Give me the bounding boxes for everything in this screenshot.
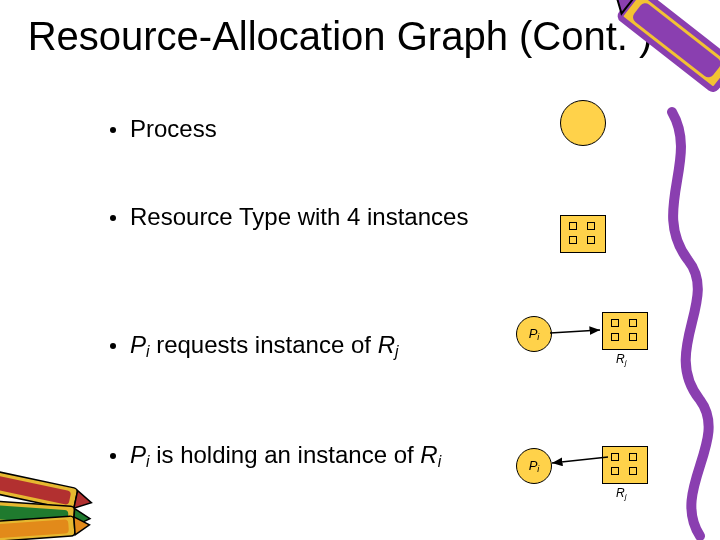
p-sub: i — [537, 464, 539, 474]
r-sub: j — [625, 492, 627, 501]
resource-label-holding: Rj — [616, 486, 626, 501]
instance-dot — [629, 467, 637, 475]
svg-rect-11 — [0, 519, 69, 538]
resource-box-4 — [560, 215, 606, 253]
bullet-list: Process Resource Type with 4 instances P… — [110, 115, 470, 471]
crayon-bottom-left-icon — [0, 470, 94, 540]
bullet-resource-type: Resource Type with 4 instances — [110, 203, 470, 231]
process-node-request: Pi — [516, 316, 552, 352]
bullet-dot-icon — [110, 127, 116, 133]
resource-box-holding — [602, 446, 648, 484]
bullet-text: Pi requests instance of Rj — [130, 331, 398, 361]
bullet-holding: Pi is holding an instance of Ri — [110, 441, 470, 471]
bullet-dot-icon — [110, 215, 116, 221]
svg-rect-8 — [0, 504, 69, 524]
instance-dot — [629, 333, 637, 341]
svg-rect-5 — [0, 475, 71, 505]
ri-r: R — [420, 441, 437, 468]
r-label: R — [616, 352, 625, 366]
instance-dot — [569, 236, 577, 244]
instance-dot — [611, 467, 619, 475]
slide-title: Resource-Allocation Graph (Cont. ) — [0, 14, 680, 58]
bullet-dot-icon — [110, 453, 116, 459]
svg-marker-9 — [73, 509, 90, 528]
p-sub: i — [537, 332, 539, 342]
instance-dot — [629, 319, 637, 327]
r-label: R — [616, 486, 625, 500]
request-edge-arrow — [550, 330, 600, 333]
instance-dot — [611, 453, 619, 461]
slide: Resource-Allocation Graph (Cont. ) Proce… — [0, 0, 720, 540]
instance-dot — [587, 236, 595, 244]
instance-dot — [569, 222, 577, 230]
r-sub: j — [625, 358, 627, 367]
process-symbol — [560, 100, 606, 146]
hold-mid: is holding an instance of — [149, 441, 420, 468]
resource-label-request: Rj — [616, 352, 626, 367]
svg-rect-10 — [0, 516, 75, 540]
svg-marker-12 — [74, 516, 90, 535]
bullet-text: Pi is holding an instance of Ri — [130, 441, 441, 471]
process-node-holding: Pi — [516, 448, 552, 484]
purple-squiggle-decoration — [672, 112, 709, 536]
svg-rect-7 — [0, 500, 75, 529]
bullet-dot-icon — [110, 343, 116, 349]
instance-dot — [611, 319, 619, 327]
svg-rect-4 — [0, 470, 78, 510]
pi-p2: P — [130, 441, 146, 468]
bullet-process: Process — [110, 115, 470, 143]
ri-sub: i — [438, 453, 441, 470]
instance-dot — [629, 453, 637, 461]
pi-p: P — [130, 331, 146, 358]
bullet-requests: Pi requests instance of Rj — [110, 331, 470, 361]
assignment-edge-arrow — [552, 457, 608, 463]
svg-marker-6 — [74, 491, 93, 512]
resource-box-request — [602, 312, 648, 350]
rj-sub: j — [395, 343, 398, 360]
bullet-text: Process — [130, 115, 217, 143]
svg-marker-3 — [607, 0, 637, 14]
rj-r: R — [378, 331, 395, 358]
bullet-text: Resource Type with 4 instances — [130, 203, 468, 231]
req-mid: requests instance of — [149, 331, 377, 358]
instance-dot — [587, 222, 595, 230]
instance-dot — [611, 333, 619, 341]
